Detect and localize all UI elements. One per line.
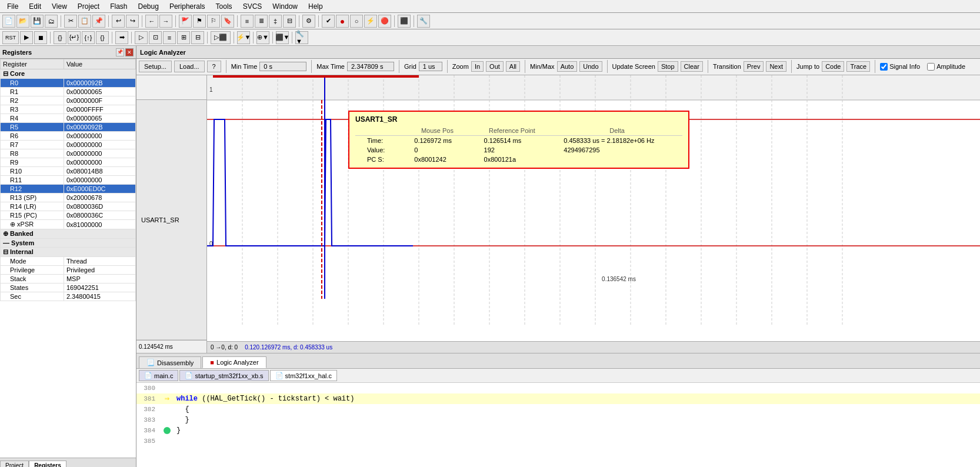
bookmark1-btn[interactable]: 🚩 xyxy=(179,15,192,28)
internal-row-stack[interactable]: Stack MSP xyxy=(1,275,136,283)
chain-btn[interactable]: ⚡ xyxy=(364,15,377,28)
align2-btn[interactable]: ≣ xyxy=(255,15,268,28)
prev-btn[interactable]: Prev xyxy=(744,61,764,72)
stop2-btn[interactable]: ⏹ xyxy=(34,31,47,44)
back-btn[interactable]: ← xyxy=(145,15,158,28)
reg-row-r4[interactable]: R4 0x00000065 xyxy=(1,114,136,123)
fwd-btn[interactable]: → xyxy=(159,15,172,28)
run3-btn[interactable]: ≡ xyxy=(163,31,176,44)
braces2-btn[interactable]: {↵} xyxy=(68,31,81,44)
core-expand[interactable]: ⊟ xyxy=(3,70,10,77)
check-btn[interactable]: ✔ xyxy=(322,15,335,28)
reg-row-r12[interactable]: R12 0xE000ED0C xyxy=(1,185,136,194)
clear-btn[interactable]: Clear xyxy=(681,61,703,72)
bookmark4-btn[interactable]: 🔖 xyxy=(221,15,234,28)
internal-row-priv[interactable]: Privilege Privileged xyxy=(1,266,136,275)
reg-row-r9[interactable]: R9 0x00000000 xyxy=(1,158,136,167)
amplitude-checkbox[interactable] xyxy=(927,63,935,71)
reg-row-r8[interactable]: R8 0x00000000 xyxy=(1,149,136,158)
align3-btn[interactable]: ‡ xyxy=(269,15,282,28)
stop-btn[interactable]: Stop xyxy=(658,61,678,72)
view2-btn[interactable]: ⬛▼ xyxy=(276,31,289,44)
reg-row-r6[interactable]: R6 0x00000000 xyxy=(1,132,136,141)
redo-btn[interactable]: ↪ xyxy=(126,15,139,28)
bookmark3-btn[interactable]: ⚐ xyxy=(207,15,220,28)
system-expand[interactable]: — xyxy=(3,239,11,246)
trace-btn[interactable]: Trace xyxy=(846,61,870,72)
xpsr-expand[interactable]: ⊕ xyxy=(10,221,17,228)
flash-btn[interactable]: 🔴 xyxy=(378,15,391,28)
align1-btn[interactable]: ≡ xyxy=(241,15,254,28)
reg-row-r2[interactable]: R2 0x0000000F xyxy=(1,96,136,105)
run1-btn[interactable]: ▷ xyxy=(135,31,148,44)
wrench-btn[interactable]: 🔧 xyxy=(417,15,430,28)
internal-row-states[interactable]: States 169042251 xyxy=(1,283,136,292)
registers-scroll-area[interactable]: Register Value ⊟ Core R0 0x0000092B R1 xyxy=(0,59,136,458)
mode1-btn[interactable]: ⚡▼ xyxy=(237,31,250,44)
zoom-in-btn[interactable]: In xyxy=(471,61,484,72)
setup-btn[interactable]: Setup... xyxy=(139,61,172,72)
next-btn[interactable]: Next xyxy=(766,61,786,72)
reg-row-xpsr[interactable]: ⊕ xPSR 0x81000000 xyxy=(1,220,136,229)
reg-row-r10[interactable]: R10 0x080014B8 xyxy=(1,167,136,176)
view1-btn[interactable]: ▷⬛ xyxy=(211,31,231,44)
file-hal[interactable]: 📄 stm32f1xx_hal.c xyxy=(270,370,337,381)
paste-btn[interactable]: 📌 xyxy=(92,15,105,28)
file-startup[interactable]: 📄 startup_stm32f1xx_xb.s xyxy=(179,370,268,381)
disassembly-tab[interactable]: 📃 Disassembly xyxy=(139,356,201,368)
code-btn[interactable]: Code xyxy=(822,61,844,72)
reg-row-r7[interactable]: R7 0x00000000 xyxy=(1,141,136,149)
batch-btn[interactable]: ⚙ xyxy=(302,15,315,28)
project-tab[interactable]: Project xyxy=(0,461,29,467)
menu-peripherals[interactable]: Peripherals xyxy=(165,1,210,12)
zoom-all-btn[interactable]: All xyxy=(506,61,520,72)
code-lines[interactable]: 380 381 ⇒ while ((HAL_GetTick() - ticks xyxy=(136,383,980,467)
align4-btn[interactable]: ⊟ xyxy=(283,15,296,28)
internal-expand[interactable]: ⊟ xyxy=(3,248,10,255)
open-btn[interactable]: 📂 xyxy=(16,15,29,28)
registers-pin-btn[interactable]: 📌 xyxy=(116,48,124,56)
copy-btn[interactable]: 📋 xyxy=(78,15,91,28)
new-file-btn[interactable]: 📄 xyxy=(2,15,15,28)
undo-btn[interactable]: ↩ xyxy=(112,15,125,28)
signal-info-cb-container[interactable]: Signal Info xyxy=(880,63,920,71)
auto-btn[interactable]: Auto xyxy=(557,61,578,72)
menu-debug[interactable]: Debug xyxy=(134,1,164,12)
settings-btn[interactable]: 🔧▼ xyxy=(295,31,308,44)
run5-btn[interactable]: ⊟ xyxy=(191,31,204,44)
zoom-out-btn[interactable]: Out xyxy=(486,61,504,72)
menu-help[interactable]: Help xyxy=(304,1,328,12)
reg-row-r3[interactable]: R3 0x0000FFFF xyxy=(1,105,136,114)
banked-expand[interactable]: ⊕ xyxy=(3,230,10,237)
reg-row-r13[interactable]: R13 (SP) 0x20000678 xyxy=(1,194,136,202)
menu-edit[interactable]: Edit xyxy=(24,1,46,12)
internal-row-mode[interactable]: Mode Thread xyxy=(1,257,136,266)
bookmark2-btn[interactable]: ⚑ xyxy=(193,15,206,28)
braces4-btn[interactable]: {} xyxy=(96,31,109,44)
debug-btn[interactable]: ● xyxy=(336,15,349,28)
cut-btn[interactable]: ✂ xyxy=(64,15,77,28)
menu-svcs[interactable]: SVCS xyxy=(238,1,267,12)
save-btn[interactable]: 💾 xyxy=(31,15,44,28)
save2-btn[interactable]: 🗂 xyxy=(45,15,58,28)
menu-view[interactable]: View xyxy=(47,1,72,12)
window1-btn[interactable]: ⬛ xyxy=(398,15,411,28)
reg-row-r5[interactable]: R5 0x0000092B xyxy=(1,123,136,132)
registers-tab[interactable]: Registers xyxy=(29,461,66,467)
run4-btn[interactable]: ⊞ xyxy=(177,31,190,44)
reg-row-r14[interactable]: R14 (LR) 0x0800036D xyxy=(1,202,136,211)
signal-info-checkbox[interactable] xyxy=(880,63,888,71)
registers-close-btn[interactable]: ✕ xyxy=(125,48,134,56)
menu-flash[interactable]: Flash xyxy=(105,1,132,12)
braces1-btn[interactable]: {} xyxy=(54,31,66,44)
debug2-btn[interactable]: ▶ xyxy=(20,31,33,44)
reg-row-r1[interactable]: R1 0x00000065 xyxy=(1,88,136,96)
menu-project[interactable]: Project xyxy=(73,1,104,12)
reg-row-r15[interactable]: R15 (PC) 0x0800036C xyxy=(1,211,136,220)
waveform-canvas[interactable]: 1 0 xyxy=(207,75,980,353)
rst-btn[interactable]: RST xyxy=(2,31,19,44)
menu-tools[interactable]: Tools xyxy=(211,1,237,12)
run2-btn[interactable]: ⊡ xyxy=(149,31,162,44)
menu-file[interactable]: File xyxy=(2,1,23,12)
braces3-btn[interactable]: {↑} xyxy=(82,31,95,44)
